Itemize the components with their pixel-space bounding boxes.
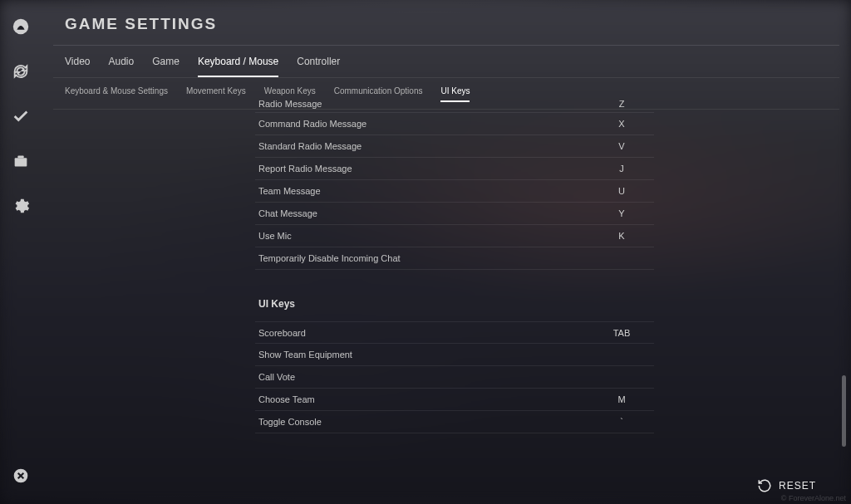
keybind-value: Y — [593, 208, 651, 218]
keybind-value: V — [593, 141, 651, 151]
keybind-row[interactable]: Temporarily Disable Incoming Chat — [255, 247, 654, 270]
keybind-row[interactable]: Radio MessageZ — [255, 98, 654, 113]
gear-icon[interactable] — [9, 194, 32, 218]
keybind-label: Radio Message — [258, 99, 322, 109]
home-icon[interactable] — [9, 15, 32, 38]
keybind-value: K — [593, 231, 651, 241]
keybind-row[interactable]: Show Team Equipment — [255, 344, 654, 366]
keybind-label: Temporarily Disable Incoming Chat — [258, 253, 401, 263]
keybind-row[interactable]: Command Radio MessageX — [255, 113, 654, 135]
keybind-value: ` — [593, 417, 651, 427]
keybind-value: Z — [593, 99, 651, 109]
keybind-label: Choose Team — [258, 394, 315, 404]
keybind-label: Use Mic — [258, 231, 292, 241]
keybind-label: Scoreboard — [258, 328, 306, 338]
section-header-ui-keys: UI Keys — [255, 270, 654, 321]
keybind-row[interactable]: Standard Radio MessageV — [255, 135, 654, 158]
tab-controller[interactable]: Controller — [297, 56, 340, 77]
settings-list: Radio MessageZCommand Radio MessageXStan… — [255, 98, 654, 433]
keybind-label: Call Vote — [258, 372, 295, 382]
keybind-value: X — [593, 119, 651, 129]
keybind-label: Show Team Equipment — [258, 350, 352, 360]
keybind-row[interactable]: Report Radio MessageJ — [255, 158, 654, 180]
tab-keyboard-mouse[interactable]: Keyboard / Mouse — [198, 56, 278, 77]
keybind-value: U — [593, 186, 651, 196]
inventory-icon[interactable] — [9, 149, 32, 173]
keybind-label: Report Radio Message — [258, 164, 352, 174]
keybind-value: J — [593, 164, 651, 174]
keybind-row[interactable]: Choose TeamM — [255, 389, 654, 411]
primary-tabs: VideoAudioGameKeyboard / MouseController — [42, 46, 851, 77]
tab-video[interactable]: Video — [65, 56, 90, 77]
keybind-row[interactable]: Toggle Console` — [255, 411, 654, 433]
watermark: © ForeverAlone.net — [781, 494, 846, 502]
keybind-row[interactable]: ScoreboardTAB — [255, 321, 654, 344]
keybind-label: Toggle Console — [258, 417, 322, 427]
scrollbar-thumb[interactable] — [842, 375, 846, 447]
check-icon[interactable] — [9, 105, 32, 128]
close-icon[interactable] — [9, 464, 32, 487]
keybind-row[interactable]: Call Vote — [255, 366, 654, 389]
reset-button[interactable]: RESET — [757, 478, 816, 493]
keybind-label: Chat Message — [258, 208, 317, 218]
tab-game[interactable]: Game — [152, 56, 180, 77]
page-title: GAME SETTINGS — [42, 0, 851, 45]
keybind-label: Command Radio Message — [258, 119, 366, 129]
keybind-value: M — [593, 394, 651, 404]
keybind-label: Standard Radio Message — [258, 141, 362, 151]
refresh-icon[interactable] — [9, 60, 32, 83]
keybind-value: TAB — [593, 328, 651, 338]
left-sidebar — [0, 0, 42, 504]
keybind-label: Team Message — [258, 186, 321, 196]
keybind-row[interactable]: Chat MessageY — [255, 203, 654, 225]
reset-label: RESET — [779, 480, 816, 492]
tab-audio[interactable]: Audio — [108, 56, 134, 77]
svg-rect-1 — [15, 158, 27, 166]
keybind-row[interactable]: Use MicK — [255, 225, 654, 247]
keybind-row[interactable]: Team MessageU — [255, 180, 654, 203]
svg-rect-2 — [17, 156, 23, 159]
